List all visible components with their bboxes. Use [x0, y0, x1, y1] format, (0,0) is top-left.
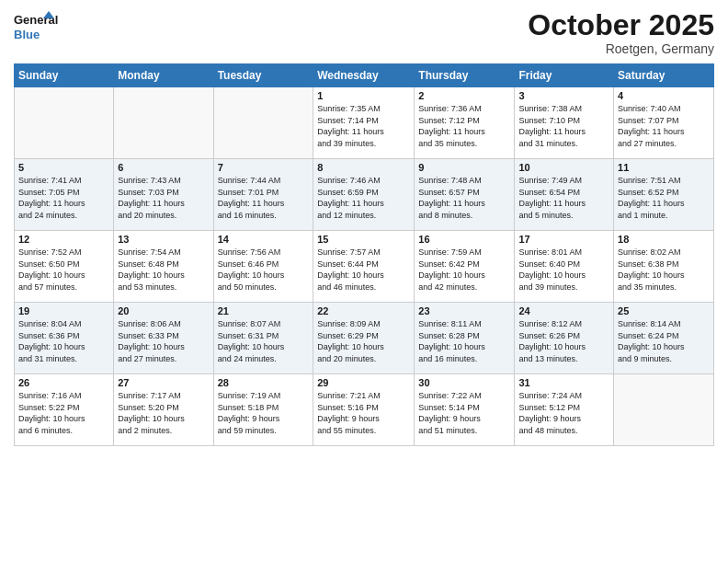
day-number: 4 [618, 90, 710, 101]
day-info: Sunrise: 7:17 AM Sunset: 5:20 PM Dayligh… [118, 390, 209, 436]
day-info: Sunrise: 7:36 AM Sunset: 7:12 PM Dayligh… [418, 103, 510, 149]
table-row: 26Sunrise: 7:16 AM Sunset: 5:22 PM Dayli… [15, 374, 114, 446]
col-thursday: Thursday [415, 64, 515, 87]
day-number: 21 [218, 305, 310, 316]
day-info: Sunrise: 8:01 AM Sunset: 6:40 PM Dayligh… [518, 247, 609, 293]
day-number: 12 [18, 234, 109, 245]
day-info: Sunrise: 7:41 AM Sunset: 7:05 PM Dayligh… [18, 175, 109, 221]
location: Roetgen, Germany [528, 41, 714, 56]
table-row [15, 87, 114, 159]
table-row: 9Sunrise: 7:48 AM Sunset: 6:57 PM Daylig… [415, 159, 515, 231]
table-row: 20Sunrise: 8:06 AM Sunset: 6:33 PM Dayli… [114, 303, 213, 374]
day-info: Sunrise: 7:49 AM Sunset: 6:54 PM Dayligh… [518, 175, 609, 221]
calendar-week-row: 12Sunrise: 7:52 AM Sunset: 6:50 PM Dayli… [15, 231, 714, 303]
day-info: Sunrise: 7:21 AM Sunset: 5:16 PM Dayligh… [317, 390, 410, 436]
day-number: 25 [618, 305, 710, 316]
table-row: 24Sunrise: 8:12 AM Sunset: 6:26 PM Dayli… [515, 303, 614, 374]
day-info: Sunrise: 7:19 AM Sunset: 5:18 PM Dayligh… [218, 390, 310, 436]
header: General Blue October 2025 Roetgen, Germa… [14, 9, 714, 56]
day-number: 29 [317, 377, 410, 388]
table-row: 14Sunrise: 7:56 AM Sunset: 6:46 PM Dayli… [213, 231, 313, 303]
logo-svg: General Blue [14, 9, 60, 48]
day-number: 18 [618, 234, 710, 245]
day-number: 8 [317, 162, 410, 173]
table-row: 21Sunrise: 8:07 AM Sunset: 6:31 PM Dayli… [213, 303, 313, 374]
day-info: Sunrise: 7:16 AM Sunset: 5:22 PM Dayligh… [18, 390, 109, 436]
day-info: Sunrise: 7:24 AM Sunset: 5:12 PM Dayligh… [518, 390, 609, 436]
col-wednesday: Wednesday [313, 64, 415, 87]
day-info: Sunrise: 7:52 AM Sunset: 6:50 PM Dayligh… [18, 247, 109, 293]
calendar-header-row: Sunday Monday Tuesday Wednesday Thursday… [15, 64, 714, 87]
day-number: 11 [618, 162, 710, 173]
day-info: Sunrise: 8:02 AM Sunset: 6:38 PM Dayligh… [618, 247, 710, 293]
day-info: Sunrise: 7:40 AM Sunset: 7:07 PM Dayligh… [618, 103, 710, 149]
month-title: October 2025 [528, 9, 714, 41]
day-info: Sunrise: 8:12 AM Sunset: 6:26 PM Dayligh… [518, 318, 609, 364]
table-row: 11Sunrise: 7:51 AM Sunset: 6:52 PM Dayli… [614, 159, 714, 231]
day-number: 19 [18, 305, 109, 316]
day-info: Sunrise: 8:04 AM Sunset: 6:36 PM Dayligh… [18, 318, 109, 364]
table-row: 10Sunrise: 7:49 AM Sunset: 6:54 PM Dayli… [515, 159, 614, 231]
page: General Blue October 2025 Roetgen, Germa… [0, 0, 728, 563]
day-info: Sunrise: 7:51 AM Sunset: 6:52 PM Dayligh… [618, 175, 710, 221]
col-friday: Friday [515, 64, 614, 87]
day-number: 3 [518, 90, 609, 101]
day-number: 23 [418, 305, 510, 316]
day-info: Sunrise: 7:56 AM Sunset: 6:46 PM Dayligh… [218, 247, 310, 293]
day-info: Sunrise: 8:07 AM Sunset: 6:31 PM Dayligh… [218, 318, 310, 364]
table-row: 6Sunrise: 7:43 AM Sunset: 7:03 PM Daylig… [114, 159, 213, 231]
day-info: Sunrise: 8:14 AM Sunset: 6:24 PM Dayligh… [618, 318, 710, 364]
col-sunday: Sunday [15, 64, 114, 87]
day-info: Sunrise: 7:54 AM Sunset: 6:48 PM Dayligh… [118, 247, 209, 293]
logo: General Blue [14, 9, 60, 48]
table-row: 29Sunrise: 7:21 AM Sunset: 5:16 PM Dayli… [313, 374, 415, 446]
day-number: 15 [317, 234, 410, 245]
day-number: 31 [518, 377, 609, 388]
table-row: 23Sunrise: 8:11 AM Sunset: 6:28 PM Dayli… [415, 303, 515, 374]
day-info: Sunrise: 8:09 AM Sunset: 6:29 PM Dayligh… [317, 318, 410, 364]
table-row: 5Sunrise: 7:41 AM Sunset: 7:05 PM Daylig… [15, 159, 114, 231]
calendar-week-row: 19Sunrise: 8:04 AM Sunset: 6:36 PM Dayli… [15, 303, 714, 374]
table-row: 4Sunrise: 7:40 AM Sunset: 7:07 PM Daylig… [614, 87, 714, 159]
day-info: Sunrise: 7:22 AM Sunset: 5:14 PM Dayligh… [418, 390, 510, 436]
day-info: Sunrise: 7:48 AM Sunset: 6:57 PM Dayligh… [418, 175, 510, 221]
day-info: Sunrise: 8:06 AM Sunset: 6:33 PM Dayligh… [118, 318, 209, 364]
day-info: Sunrise: 7:44 AM Sunset: 7:01 PM Dayligh… [218, 175, 310, 221]
day-info: Sunrise: 7:38 AM Sunset: 7:10 PM Dayligh… [518, 103, 609, 149]
day-number: 6 [118, 162, 209, 173]
table-row: 16Sunrise: 7:59 AM Sunset: 6:42 PM Dayli… [415, 231, 515, 303]
table-row: 2Sunrise: 7:36 AM Sunset: 7:12 PM Daylig… [415, 87, 515, 159]
day-number: 24 [518, 305, 609, 316]
day-number: 17 [518, 234, 609, 245]
table-row: 8Sunrise: 7:46 AM Sunset: 6:59 PM Daylig… [313, 159, 415, 231]
calendar-table: Sunday Monday Tuesday Wednesday Thursday… [14, 63, 714, 446]
table-row: 7Sunrise: 7:44 AM Sunset: 7:01 PM Daylig… [213, 159, 313, 231]
calendar-week-row: 5Sunrise: 7:41 AM Sunset: 7:05 PM Daylig… [15, 159, 714, 231]
table-row: 13Sunrise: 7:54 AM Sunset: 6:48 PM Dayli… [114, 231, 213, 303]
table-row: 30Sunrise: 7:22 AM Sunset: 5:14 PM Dayli… [415, 374, 515, 446]
table-row: 27Sunrise: 7:17 AM Sunset: 5:20 PM Dayli… [114, 374, 213, 446]
day-number: 13 [118, 234, 209, 245]
day-number: 7 [218, 162, 310, 173]
table-row: 19Sunrise: 8:04 AM Sunset: 6:36 PM Dayli… [15, 303, 114, 374]
day-info: Sunrise: 8:11 AM Sunset: 6:28 PM Dayligh… [418, 318, 510, 364]
table-row [213, 87, 313, 159]
table-row: 3Sunrise: 7:38 AM Sunset: 7:10 PM Daylig… [515, 87, 614, 159]
table-row: 28Sunrise: 7:19 AM Sunset: 5:18 PM Dayli… [213, 374, 313, 446]
table-row: 17Sunrise: 8:01 AM Sunset: 6:40 PM Dayli… [515, 231, 614, 303]
col-tuesday: Tuesday [213, 64, 313, 87]
day-info: Sunrise: 7:59 AM Sunset: 6:42 PM Dayligh… [418, 247, 510, 293]
col-saturday: Saturday [614, 64, 714, 87]
calendar-week-row: 1Sunrise: 7:35 AM Sunset: 7:14 PM Daylig… [15, 87, 714, 159]
day-number: 9 [418, 162, 510, 173]
table-row: 31Sunrise: 7:24 AM Sunset: 5:12 PM Dayli… [515, 374, 614, 446]
day-info: Sunrise: 7:57 AM Sunset: 6:44 PM Dayligh… [317, 247, 410, 293]
day-info: Sunrise: 7:46 AM Sunset: 6:59 PM Dayligh… [317, 175, 410, 221]
table-row: 22Sunrise: 8:09 AM Sunset: 6:29 PM Dayli… [313, 303, 415, 374]
day-info: Sunrise: 7:35 AM Sunset: 7:14 PM Dayligh… [317, 103, 410, 149]
table-row: 18Sunrise: 8:02 AM Sunset: 6:38 PM Dayli… [614, 231, 714, 303]
table-row [114, 87, 213, 159]
day-number: 10 [518, 162, 609, 173]
table-row: 15Sunrise: 7:57 AM Sunset: 6:44 PM Dayli… [313, 231, 415, 303]
day-number: 20 [118, 305, 209, 316]
